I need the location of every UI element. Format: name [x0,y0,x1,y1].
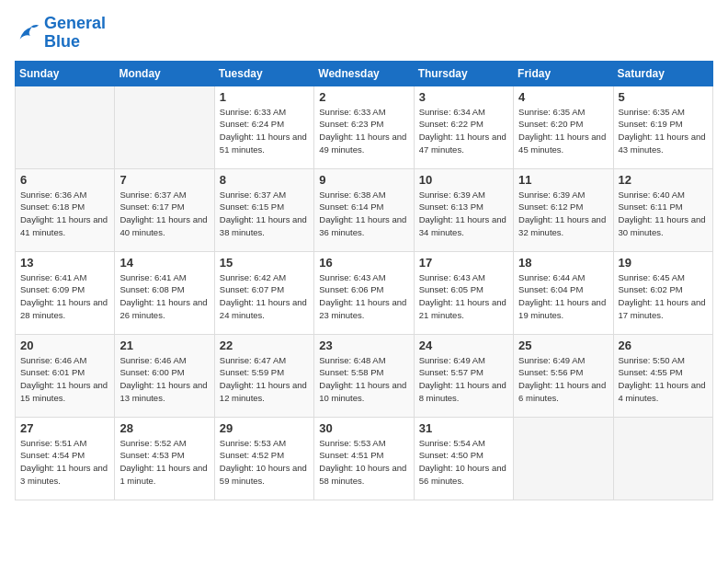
day-number: 20 [20,339,109,352]
day-cell: 25Sunrise: 6:49 AM Sunset: 5:56 PM Dayli… [514,334,613,417]
day-number: 10 [419,173,508,187]
week-row-2: 6Sunrise: 6:36 AM Sunset: 6:18 PM Daylig… [16,168,713,251]
week-row-5: 27Sunrise: 5:51 AM Sunset: 4:54 PM Dayli… [16,417,713,500]
day-number: 11 [518,173,608,187]
day-cell: 23Sunrise: 6:48 AM Sunset: 5:58 PM Dayli… [314,334,414,417]
day-header-monday: Monday [115,61,214,86]
logo-line1: General [44,15,106,33]
day-number: 2 [319,90,408,104]
day-cell [115,86,214,168]
logo-text: General Blue [44,15,106,52]
day-number: 12 [619,173,708,187]
day-cell: 8Sunrise: 6:37 AM Sunset: 6:15 PM Daylig… [214,168,313,251]
day-cell: 4Sunrise: 6:35 AM Sunset: 6:20 PM Daylig… [514,86,613,168]
day-number: 13 [20,256,109,270]
day-info: Sunrise: 5:51 AM Sunset: 4:54 PM Dayligh… [20,437,109,488]
day-number: 16 [319,256,408,270]
day-cell: 27Sunrise: 5:51 AM Sunset: 4:54 PM Dayli… [16,417,115,500]
day-info: Sunrise: 6:46 AM Sunset: 6:01 PM Dayligh… [20,354,109,405]
week-row-3: 13Sunrise: 6:41 AM Sunset: 6:09 PM Dayli… [16,251,713,334]
day-number: 3 [419,90,508,104]
day-info: Sunrise: 6:38 AM Sunset: 6:14 PM Dayligh… [319,189,408,239]
day-info: Sunrise: 6:47 AM Sunset: 5:59 PM Dayligh… [220,354,309,405]
day-info: Sunrise: 5:50 AM Sunset: 4:55 PM Dayligh… [619,354,708,405]
day-cell: 17Sunrise: 6:43 AM Sunset: 6:05 PM Dayli… [414,251,513,334]
day-cell: 15Sunrise: 6:42 AM Sunset: 6:07 PM Dayli… [214,251,313,334]
day-info: Sunrise: 6:45 AM Sunset: 6:02 PM Dayligh… [619,271,708,322]
day-number: 14 [119,256,209,270]
header-row: SundayMondayTuesdayWednesdayThursdayFrid… [16,61,713,86]
day-header-tuesday: Tuesday [214,61,313,86]
day-info: Sunrise: 6:42 AM Sunset: 6:07 PM Dayligh… [220,271,309,322]
day-number: 28 [119,421,209,435]
calendar-table: SundayMondayTuesdayWednesdayThursdayFrid… [15,61,713,500]
day-cell: 12Sunrise: 6:40 AM Sunset: 6:11 PM Dayli… [613,168,712,251]
day-number: 25 [518,339,608,352]
day-cell: 18Sunrise: 6:44 AM Sunset: 6:04 PM Dayli… [514,251,613,334]
day-number: 31 [419,421,508,435]
day-number: 6 [20,173,109,187]
day-info: Sunrise: 5:53 AM Sunset: 4:52 PM Dayligh… [220,437,309,488]
day-cell: 10Sunrise: 6:39 AM Sunset: 6:13 PM Dayli… [414,168,513,251]
day-number: 26 [619,339,708,352]
day-number: 8 [220,173,309,187]
day-info: Sunrise: 6:48 AM Sunset: 5:58 PM Dayligh… [319,354,408,405]
day-info: Sunrise: 6:33 AM Sunset: 6:24 PM Dayligh… [220,106,309,156]
day-header-sunday: Sunday [16,61,115,86]
day-header-thursday: Thursday [414,61,513,86]
day-number: 17 [419,256,508,270]
day-cell [514,417,613,500]
day-number: 5 [619,90,708,104]
day-number: 24 [419,339,508,352]
day-info: Sunrise: 6:39 AM Sunset: 6:12 PM Dayligh… [518,189,608,239]
day-info: Sunrise: 5:52 AM Sunset: 4:53 PM Dayligh… [119,437,209,488]
day-cell: 24Sunrise: 6:49 AM Sunset: 5:57 PM Dayli… [414,334,513,417]
day-cell: 14Sunrise: 6:41 AM Sunset: 6:08 PM Dayli… [115,251,214,334]
day-info: Sunrise: 6:41 AM Sunset: 6:08 PM Dayligh… [119,271,209,322]
day-cell: 19Sunrise: 6:45 AM Sunset: 6:02 PM Dayli… [613,251,712,334]
day-cell [16,86,115,168]
day-cell: 1Sunrise: 6:33 AM Sunset: 6:24 PM Daylig… [214,86,313,168]
day-number: 29 [220,421,309,435]
day-number: 9 [319,173,408,187]
day-number: 27 [20,421,109,435]
day-cell: 3Sunrise: 6:34 AM Sunset: 6:22 PM Daylig… [414,86,513,168]
day-cell: 7Sunrise: 6:37 AM Sunset: 6:17 PM Daylig… [115,168,214,251]
day-cell: 11Sunrise: 6:39 AM Sunset: 6:12 PM Dayli… [514,168,613,251]
day-info: Sunrise: 6:37 AM Sunset: 6:17 PM Dayligh… [119,189,209,239]
day-number: 21 [119,339,209,352]
day-cell: 30Sunrise: 5:53 AM Sunset: 4:51 PM Dayli… [314,417,414,500]
day-cell: 2Sunrise: 6:33 AM Sunset: 6:23 PM Daylig… [314,86,414,168]
day-cell: 16Sunrise: 6:43 AM Sunset: 6:06 PM Dayli… [314,251,414,334]
day-cell: 28Sunrise: 5:52 AM Sunset: 4:53 PM Dayli… [115,417,214,500]
day-info: Sunrise: 6:34 AM Sunset: 6:22 PM Dayligh… [419,106,508,156]
day-header-wednesday: Wednesday [314,61,414,86]
day-info: Sunrise: 6:36 AM Sunset: 6:18 PM Dayligh… [20,189,109,239]
day-number: 15 [220,256,309,270]
day-number: 4 [518,90,608,104]
day-info: Sunrise: 5:54 AM Sunset: 4:50 PM Dayligh… [419,437,508,488]
day-cell: 29Sunrise: 5:53 AM Sunset: 4:52 PM Dayli… [214,417,313,500]
day-cell: 20Sunrise: 6:46 AM Sunset: 6:01 PM Dayli… [16,334,115,417]
day-cell: 5Sunrise: 6:35 AM Sunset: 6:19 PM Daylig… [613,86,712,168]
day-cell [613,417,712,500]
day-info: Sunrise: 6:44 AM Sunset: 6:04 PM Dayligh… [518,271,608,322]
day-header-friday: Friday [514,61,613,86]
day-info: Sunrise: 6:49 AM Sunset: 5:57 PM Dayligh… [419,354,508,405]
day-info: Sunrise: 6:40 AM Sunset: 6:11 PM Dayligh… [619,189,708,239]
day-info: Sunrise: 6:49 AM Sunset: 5:56 PM Dayligh… [518,354,608,405]
logo: General Blue [15,15,106,52]
day-cell: 22Sunrise: 6:47 AM Sunset: 5:59 PM Dayli… [214,334,313,417]
day-info: Sunrise: 5:53 AM Sunset: 4:51 PM Dayligh… [319,437,408,488]
day-cell: 21Sunrise: 6:46 AM Sunset: 6:00 PM Dayli… [115,334,214,417]
day-number: 18 [518,256,608,270]
day-info: Sunrise: 6:43 AM Sunset: 6:05 PM Dayligh… [419,271,508,322]
day-info: Sunrise: 6:43 AM Sunset: 6:06 PM Dayligh… [319,271,408,322]
logo-icon [15,20,40,46]
day-cell: 6Sunrise: 6:36 AM Sunset: 6:18 PM Daylig… [16,168,115,251]
week-row-4: 20Sunrise: 6:46 AM Sunset: 6:01 PM Dayli… [16,334,713,417]
day-number: 19 [619,256,708,270]
day-info: Sunrise: 6:35 AM Sunset: 6:19 PM Dayligh… [619,106,708,156]
day-number: 22 [220,339,309,352]
day-number: 30 [319,421,408,435]
